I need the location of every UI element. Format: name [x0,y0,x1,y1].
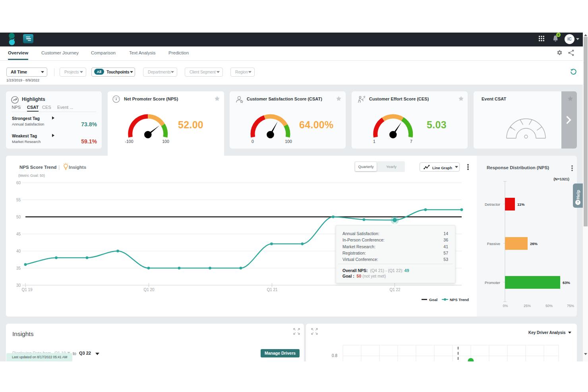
svg-text:11%: 11% [517,202,525,207]
svg-text:Q1 21: Q1 21 [267,288,278,292]
svg-text:Passive: Passive [487,241,500,246]
svg-text:63%: 63% [563,280,571,285]
svg-text:75%: 75% [567,304,574,308]
svg-text:NPS Trend: NPS Trend [450,297,469,302]
svg-text:55: 55 [16,198,21,202]
svg-text:Goal: Goal [429,297,437,302]
svg-text:25%: 25% [524,304,531,308]
svg-text:Response Distribution (NPS): Response Distribution (NPS) [487,165,549,170]
svg-text:50: 50 [16,215,21,219]
svg-text:35: 35 [16,266,21,270]
svg-text:Promoter: Promoter [485,280,500,285]
svg-text:Q1 22: Q1 22 [389,288,400,292]
svg-text:30: 30 [16,283,21,288]
svg-text:Q1 20: Q1 20 [143,288,155,292]
svg-text:45: 45 [16,232,21,236]
svg-text:(N=1321): (N=1321) [553,177,569,181]
svg-text:0%: 0% [503,304,508,308]
svg-text:0.8: 0.8 [332,353,337,358]
svg-text:50%: 50% [545,304,553,308]
svg-text:26%: 26% [530,241,538,246]
svg-text:60: 60 [16,181,21,185]
svg-text:40: 40 [16,249,21,253]
svg-text:Q1 19: Q1 19 [21,288,33,292]
svg-text:Detractor: Detractor [485,202,500,207]
